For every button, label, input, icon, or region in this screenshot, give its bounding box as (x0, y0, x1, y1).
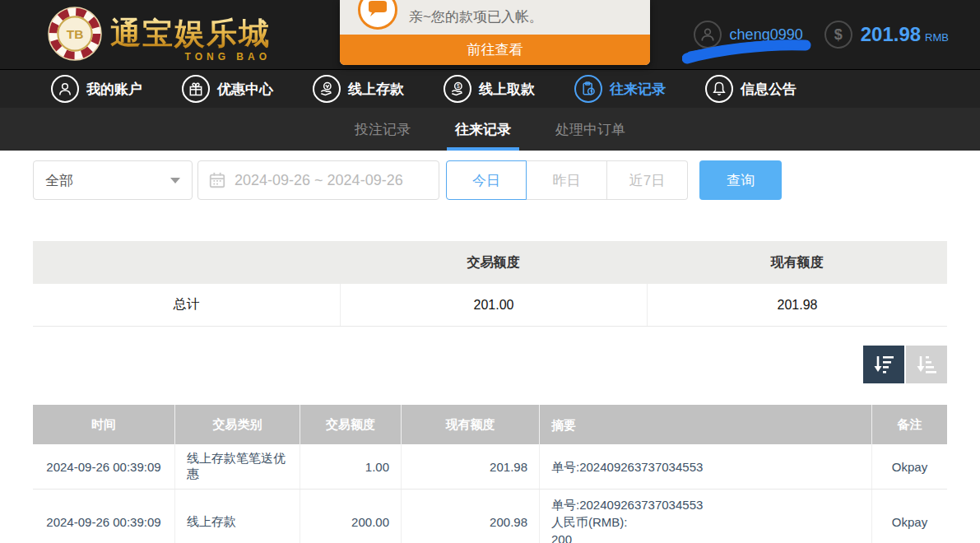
dollar-icon: $ (824, 21, 852, 49)
date-range-value: 2024-09-26 ~ 2024-09-26 (235, 172, 403, 189)
svg-text:TB: TB (67, 27, 84, 41)
summary-transaction-total: 201.00 (340, 284, 647, 326)
cell-remark: Okpay (872, 444, 947, 489)
table-header-cell: 时间 (33, 405, 175, 444)
table-header-cell: 摘要 (540, 405, 872, 444)
cell-summary: 单号:202409263737034553人民币(RMB):200 (540, 490, 872, 543)
record-tabs: 投注记录往来记录处理中订单 (0, 108, 980, 151)
username-text: cheng0990 (730, 26, 803, 44)
table-row: 2024-09-26 00:39:09线上存款笔笔送优惠1.00201.98单号… (33, 444, 947, 490)
transactions-table: 时间交易类别交易额度现有额度摘要备注2024-09-26 00:39:09线上存… (33, 405, 947, 543)
nav-item-records[interactable]: 往来记录 (574, 75, 666, 103)
notification-popup: 亲~您的款项已入帐。 前往查看 (340, 0, 650, 65)
summary-balance-total: 201.98 (647, 284, 947, 326)
quick-date-button-1[interactable]: 昨日 (527, 160, 607, 200)
cell-balance: 201.98 (402, 444, 540, 489)
sort-controls (33, 346, 947, 383)
cell-amount: 200.00 (300, 490, 402, 543)
quick-date-buttons: 今日昨日近7日 (446, 160, 688, 200)
notification-message: 亲~您的款项已入帐。 (409, 7, 543, 26)
cell-summary: 单号:202409263737034553 (540, 444, 872, 489)
table-header-cell: 交易类别 (175, 405, 300, 444)
table-row: 2024-09-26 00:39:09线上存款200.00200.98单号:20… (33, 490, 947, 543)
casino-chip-icon: TB (48, 7, 102, 61)
summary-header-transaction: 交易额度 (340, 254, 647, 272)
sort-ascending-icon (914, 353, 939, 376)
cell-type: 线上存款笔笔送优惠 (175, 444, 300, 489)
nav-item-deposit[interactable]: 线上存款 (313, 75, 404, 103)
nav-item-label: 线上存款 (348, 80, 404, 99)
tab-1[interactable]: 往来记录 (452, 108, 514, 151)
nav-item-withdraw[interactable]: $ 线上取款 (444, 75, 535, 103)
summary-total-label: 总计 (33, 296, 340, 313)
cell-type: 线上存款 (175, 490, 300, 543)
table-header-cell: 备注 (872, 405, 947, 444)
svg-text:$: $ (457, 83, 460, 89)
cell-balance: 200.98 (402, 490, 540, 543)
tab-0[interactable]: 投注记录 (351, 108, 414, 151)
summary-header-balance: 现有额度 (647, 254, 947, 272)
type-select-value: 全部 (45, 171, 73, 190)
calendar-icon (208, 171, 226, 189)
nav-item-label: 线上取款 (479, 80, 535, 99)
quick-date-button-2[interactable]: 近7日 (607, 160, 688, 200)
table-header-row: 时间交易类别交易额度现有额度摘要备注 (33, 405, 947, 444)
summary-header-row: 交易额度 现有额度 (33, 241, 947, 284)
cell-time: 2024-09-26 00:39:09 (33, 444, 175, 489)
nav-item-label: 优惠中心 (217, 80, 273, 99)
nav-item-bell[interactable]: 信息公告 (705, 75, 797, 103)
cell-time: 2024-09-26 00:39:09 (33, 490, 175, 543)
cell-amount: 1.00 (300, 444, 402, 489)
site-subtitle: TONG BAO (185, 51, 271, 63)
message-bubble-icon (358, 0, 397, 30)
records-icon (574, 75, 602, 103)
query-button[interactable]: 查询 (699, 160, 782, 200)
summary-table: 交易额度 现有额度 总计 201.00 201.98 (33, 241, 947, 327)
filter-bar: 全部 2024-09-26 ~ 2024-09-26 今日昨日近7日 查询 (33, 160, 947, 200)
nav-item-label: 信息公告 (741, 80, 797, 99)
balance-currency: RMB (925, 31, 949, 44)
nav-item-label: 我的账户 (86, 80, 142, 99)
balance-display[interactable]: $ 201.98RMB (824, 21, 949, 49)
bell-icon (705, 75, 733, 103)
user-icon (51, 75, 79, 103)
table-header-cell: 现有额度 (402, 405, 540, 444)
nav-item-gift[interactable]: 优惠中心 (182, 75, 273, 103)
tab-2[interactable]: 处理中订单 (552, 108, 629, 151)
nav-item-label: 往来记录 (610, 80, 666, 99)
site-title: 通宝娱乐城 (110, 13, 271, 54)
quick-date-button-0[interactable]: 今日 (446, 160, 527, 200)
sort-descending-button[interactable] (863, 346, 904, 383)
gift-icon (182, 75, 210, 103)
date-range-input[interactable]: 2024-09-26 ~ 2024-09-26 (197, 160, 439, 200)
top-header: TB 通宝娱乐城 TONG BAO 亲~您的款项已入帐。 前往查看 cheng0… (0, 0, 980, 69)
go-view-button[interactable]: 前往查看 (340, 35, 650, 65)
site-logo[interactable]: TB 通宝娱乐城 TONG BAO (48, 7, 271, 61)
table-header-cell: 交易额度 (300, 405, 402, 444)
nav-item-user[interactable]: 我的账户 (51, 75, 142, 103)
balance-amount: 201.98 (861, 23, 921, 45)
type-select[interactable]: 全部 (33, 160, 193, 200)
chevron-down-icon (170, 178, 180, 183)
main-nav: 我的账户 优惠中心 线上存款 $ 线上取款 往来记录 信息公告 (0, 69, 980, 108)
cell-remark: Okpay (872, 490, 947, 543)
sort-ascending-button[interactable] (906, 346, 947, 383)
deposit-icon (313, 75, 341, 103)
user-account[interactable]: cheng0990 (694, 21, 803, 49)
sort-descending-icon (871, 353, 896, 376)
withdraw-icon: $ (444, 75, 471, 103)
user-avatar-icon (694, 21, 722, 49)
summary-total-row: 总计 201.00 201.98 (33, 284, 947, 327)
